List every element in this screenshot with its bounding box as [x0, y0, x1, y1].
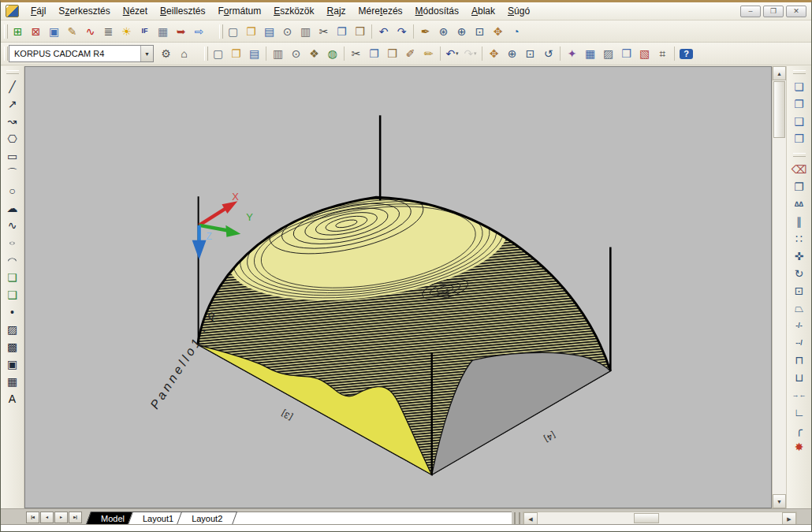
- sketch-pencil-icon[interactable]: ✎: [63, 23, 81, 40]
- tree-view-icon[interactable]: ≣: [99, 23, 117, 40]
- zoom-window-icon[interactable]: ⊡: [521, 45, 539, 62]
- scroll-down-icon[interactable]: ▼: [773, 494, 786, 508]
- help-icon[interactable]: ?: [677, 45, 695, 62]
- window-delete-icon[interactable]: ⊠: [27, 23, 45, 40]
- first-tab-button[interactable]: |◂: [26, 512, 39, 523]
- undo-icon[interactable]: ↶: [374, 23, 393, 40]
- gear-icon[interactable]: ⚙: [157, 45, 175, 62]
- spline-icon[interactable]: ∿: [3, 217, 22, 234]
- menu-ablak[interactable]: Ablak: [465, 4, 501, 18]
- next-tab-button[interactable]: ▸: [54, 512, 68, 523]
- menu-beillesztes[interactable]: Beillesztés: [154, 4, 211, 18]
- fillet-icon[interactable]: ╭: [790, 421, 809, 438]
- join-icon[interactable]: →←: [790, 386, 809, 404]
- gradient-icon[interactable]: ▩: [3, 338, 22, 355]
- sheetset-icon[interactable]: ❒: [617, 45, 635, 62]
- menu-fajl[interactable]: Fájl: [24, 4, 52, 18]
- send-under-objects-icon[interactable]: ❒: [790, 130, 809, 147]
- drawing-canvas[interactable]: X Y Z Pannello1 - P [3] [4]: [24, 66, 772, 508]
- chamfer-icon[interactable]: ∟: [790, 404, 809, 421]
- open-file-icon[interactable]: ❐: [242, 23, 260, 40]
- zoom-extents-icon[interactable]: ⊛: [434, 23, 453, 40]
- cut-icon[interactable]: ✂: [347, 45, 365, 62]
- menu-eszkozok[interactable]: Eszközök: [267, 4, 320, 18]
- polygon-icon[interactable]: ⎔: [3, 130, 22, 147]
- match-properties-icon[interactable]: ✐: [401, 45, 419, 62]
- notes-calc-icon[interactable]: ▦: [154, 23, 172, 40]
- toolpalettes-icon[interactable]: ▨: [599, 45, 617, 62]
- menu-meretezes[interactable]: Méretezés: [352, 4, 409, 18]
- new-file-icon[interactable]: ▢: [209, 45, 227, 62]
- window-add-icon[interactable]: ⊞: [9, 23, 27, 40]
- minimize-button[interactable]: –: [740, 6, 761, 17]
- move-icon[interactable]: ✜: [790, 247, 809, 265]
- menu-szerkesztes[interactable]: Szerkesztés: [52, 4, 116, 18]
- redo-dropdown-icon[interactable]: ▾: [474, 50, 477, 57]
- insert-block-icon[interactable]: ❏: [3, 269, 22, 286]
- stylus-pen-icon[interactable]: ✒: [416, 23, 434, 40]
- offset-icon[interactable]: ∥: [790, 213, 809, 230]
- markupset-icon[interactable]: ▧: [635, 45, 654, 62]
- erase-icon[interactable]: ⌫: [790, 161, 809, 178]
- zoom-realtime-icon[interactable]: ⊕: [453, 23, 471, 40]
- save-file-icon[interactable]: ▤: [260, 23, 278, 40]
- save-file-icon[interactable]: ▤: [245, 45, 263, 62]
- restore-button[interactable]: ❐: [763, 6, 784, 17]
- open-file-icon[interactable]: ❐: [227, 45, 245, 62]
- lamps-icon[interactable]: ☀: [117, 23, 136, 40]
- tab-layout2[interactable]: Layout2: [179, 512, 235, 525]
- block-editor-icon[interactable]: ✏: [419, 45, 438, 62]
- redo-icon[interactable]: ↷: [393, 23, 411, 40]
- plot-preview-icon[interactable]: ⊙: [278, 23, 296, 40]
- menu-rajz[interactable]: Rajz: [321, 4, 352, 18]
- ellipse-icon[interactable]: ○: [3, 234, 22, 251]
- send-to-back-icon[interactable]: ❐: [790, 95, 809, 113]
- bring-above-objects-icon[interactable]: ❑: [790, 113, 809, 130]
- rotate-icon[interactable]: ↻: [790, 265, 809, 282]
- ellipse-arc-icon[interactable]: ◠: [3, 251, 22, 269]
- stretch-icon[interactable]: ⏢: [790, 299, 809, 317]
- circle-icon[interactable]: ○: [3, 182, 22, 199]
- mtext-icon[interactable]: A: [3, 390, 22, 407]
- home-icon[interactable]: ⌂: [175, 45, 193, 62]
- menu-formatum[interactable]: Formátum: [211, 4, 267, 18]
- quickcalc-icon[interactable]: ⌗: [654, 45, 672, 62]
- polyline-icon[interactable]: ↝: [3, 113, 22, 130]
- pan-icon[interactable]: ✥: [489, 23, 507, 40]
- copy-icon[interactable]: ❐: [365, 45, 383, 62]
- zoom-realtime-icon[interactable]: ⊕: [503, 45, 521, 62]
- arc-icon[interactable]: ⌒: [3, 165, 22, 182]
- solid-box-icon[interactable]: ▣: [45, 23, 63, 40]
- rectangle-icon[interactable]: ▭: [3, 147, 22, 165]
- undo-dropdown-icon[interactable]: ▾: [456, 50, 459, 57]
- vertical-scroll-thumb[interactable]: [773, 81, 785, 138]
- point-icon[interactable]: •: [3, 303, 22, 321]
- combo-dropdown-icon[interactable]: ▼: [140, 46, 153, 61]
- properties-icon[interactable]: ✦: [563, 45, 581, 62]
- scrollbar-splitter[interactable]: [514, 512, 520, 524]
- menu-modositas[interactable]: Módosítás: [409, 4, 465, 18]
- pan-icon[interactable]: ✥: [485, 45, 503, 62]
- prev-tab-button[interactable]: ◂: [40, 512, 54, 523]
- extend-icon[interactable]: --/: [790, 334, 809, 352]
- plot-preview-icon[interactable]: ⊙: [287, 45, 305, 62]
- cut-icon[interactable]: ✂: [315, 23, 333, 40]
- web-icon[interactable]: ◍: [323, 45, 341, 62]
- menu-sugo[interactable]: Súgó: [501, 4, 536, 18]
- paste-icon[interactable]: ❒: [351, 23, 369, 40]
- copy-icon[interactable]: ❐: [333, 23, 351, 40]
- break-icon[interactable]: ⊔: [790, 369, 809, 386]
- close-button[interactable]: ✕: [786, 6, 806, 17]
- break-at-point-icon[interactable]: ⊓: [790, 352, 809, 369]
- array-icon[interactable]: ∷: [790, 230, 809, 247]
- menu-nezet[interactable]: Nézet: [117, 4, 154, 18]
- workspace-combo[interactable]: KORPUS CADCAM R4 ▼: [9, 45, 154, 62]
- trim-icon[interactable]: -/-: [790, 317, 809, 334]
- revision-cloud-icon[interactable]: ☁: [3, 199, 22, 217]
- copy-object-icon[interactable]: ❐: [790, 178, 809, 195]
- vertical-scrollbar[interactable]: ▲ ▼: [772, 66, 786, 508]
- red-spline-icon[interactable]: ∿: [81, 23, 99, 40]
- plot-icon[interactable]: ▥: [269, 45, 287, 62]
- hatch-icon[interactable]: ▨: [3, 321, 22, 338]
- scale-icon[interactable]: ⊡: [790, 282, 809, 299]
